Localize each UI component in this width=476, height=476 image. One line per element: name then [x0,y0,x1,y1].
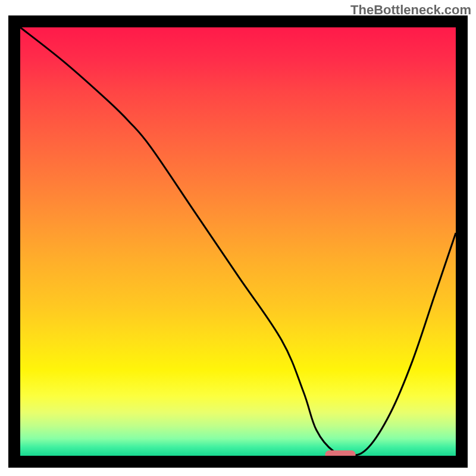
watermark-text: TheBottleneck.com [350,2,471,18]
bottleneck-curve [20,27,456,456]
curve-layer [20,27,456,456]
plot-area [20,27,456,456]
optimal-marker [325,450,355,456]
chart-container: TheBottleneck.com [0,0,476,476]
chart-frame [8,15,468,468]
